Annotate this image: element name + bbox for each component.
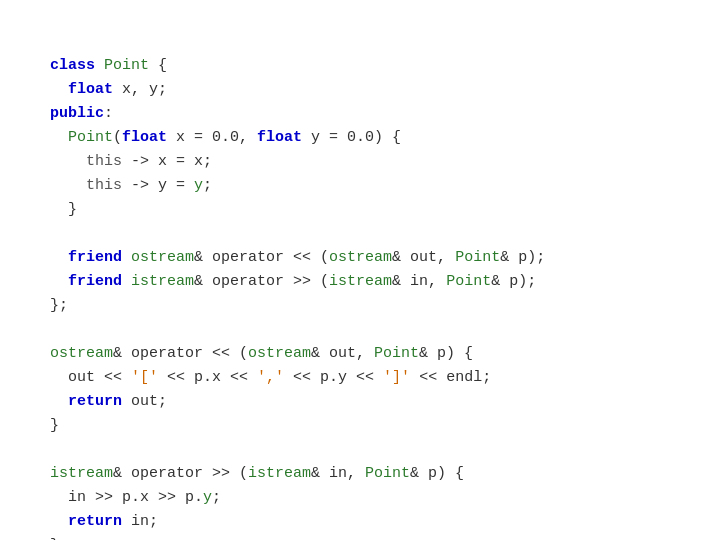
keyword-public: public	[50, 105, 104, 122]
type-Point-4: Point	[374, 345, 419, 362]
var-y-1: y	[194, 177, 203, 194]
var-y-2: y	[203, 489, 212, 506]
keyword-float-2: float	[122, 129, 167, 146]
type-Point: Point	[104, 57, 149, 74]
keyword-this-1: this	[86, 153, 122, 170]
keyword-return-2: return	[68, 513, 122, 530]
constructor-name: Point	[68, 129, 113, 146]
string-lit-open-bracket: '['	[131, 369, 158, 386]
type-istream-2: istream	[329, 273, 392, 290]
keyword-class: class	[50, 57, 95, 74]
type-ostream-4: ostream	[248, 345, 311, 362]
type-istream-3: istream	[50, 465, 113, 482]
type-Point-2: Point	[455, 249, 500, 266]
keyword-return-1: return	[68, 393, 122, 410]
type-istream-4: istream	[248, 465, 311, 482]
code-block: class Point { float x, y; public: Point(…	[0, 0, 595, 540]
string-lit-comma: ','	[257, 369, 284, 386]
keyword-this-2: this	[86, 177, 122, 194]
keyword-float-1: float	[68, 81, 113, 98]
type-ostream-2: ostream	[329, 249, 392, 266]
keyword-friend-1: friend	[68, 249, 122, 266]
type-Point-3: Point	[446, 273, 491, 290]
type-ostream-1: ostream	[131, 249, 194, 266]
keyword-float-3: float	[257, 129, 302, 146]
string-lit-close-bracket: ']'	[383, 369, 410, 386]
keyword-friend-2: friend	[68, 273, 122, 290]
type-istream-1: istream	[131, 273, 194, 290]
type-Point-5: Point	[365, 465, 410, 482]
type-ostream-3: ostream	[50, 345, 113, 362]
